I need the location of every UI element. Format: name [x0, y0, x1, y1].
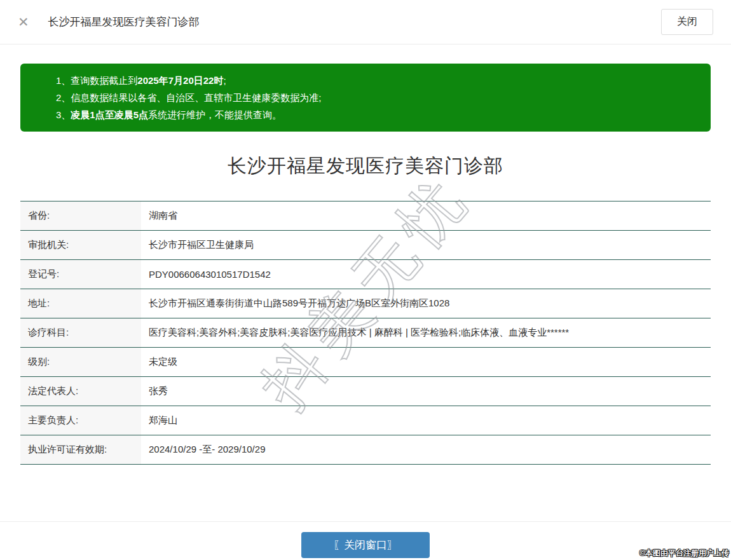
info-table-body: 省份: 湖南省 审批机关: 长沙市开福区卫生健康局 登记号: PDY006606…	[20, 201, 711, 465]
topbar: ✕ 长沙开福星发现医疗美容门诊部 关闭	[0, 0, 731, 44]
notice-banner: 1、查询数据截止到2025年7月20日22时; 2、信息数据结果以各省、自治区、…	[20, 64, 711, 132]
row-label: 级别:	[20, 348, 141, 377]
row-value: 湖南省	[141, 201, 711, 231]
row-value: 郑海山	[141, 406, 711, 435]
row-label: 登记号:	[20, 260, 141, 289]
row-value: 张秀	[141, 377, 711, 406]
row-label: 法定代表人:	[20, 377, 141, 406]
notice-text: 系统进行维护，不能提供查询。	[148, 109, 282, 120]
row-value: 长沙市开福区卫生健康局	[141, 231, 711, 260]
notice-text: ;	[223, 75, 226, 86]
table-row: 地址: 长沙市开福区通泰街街道中山路589号开福万达广场B区室外街南区1028	[20, 289, 711, 318]
close-window-button[interactable]: 〖关闭窗口〗	[301, 532, 430, 558]
row-value: 长沙市开福区通泰街街道中山路589号开福万达广场B区室外街南区1028	[141, 289, 711, 318]
row-value: PDY00660643010517D1542	[141, 260, 711, 289]
row-value: 医疗美容科;美容外科;美容皮肤科;美容医疗应用技术 | 麻醉科 | 医学检验科;…	[141, 318, 711, 348]
row-label: 地址:	[20, 289, 141, 318]
table-row: 法定代表人: 张秀	[20, 377, 711, 406]
row-label: 执业许可证有效期:	[20, 435, 141, 465]
row-label: 主要负责人:	[20, 406, 141, 435]
table-row: 级别: 未定级	[20, 348, 711, 377]
footer: 〖关闭窗口〗	[0, 521, 731, 560]
page-header-title: 长沙开福星发现医疗美容门诊部	[48, 15, 200, 29]
table-row: 审批机关: 长沙市开福区卫生健康局	[20, 231, 711, 260]
row-label: 审批机关:	[20, 231, 141, 260]
table-row: 省份: 湖南省	[20, 201, 711, 231]
page-title: 长沙开福星发现医疗美容门诊部	[20, 153, 711, 179]
table-row: 登记号: PDY00660643010517D1542	[20, 260, 711, 289]
row-label: 省份:	[20, 201, 141, 231]
main-content: 1、查询数据截止到2025年7月20日22时; 2、信息数据结果以各省、自治区、…	[0, 64, 731, 465]
notice-text: 信息数据结果以各省、自治区、直辖市卫生健康委数据为准;	[71, 92, 321, 103]
notice-number: 2、	[56, 92, 71, 103]
row-value: 未定级	[141, 348, 711, 377]
notice-number: 1、	[56, 75, 71, 86]
table-row: 诊疗科目: 医疗美容科;美容外科;美容皮肤科;美容医疗应用技术 | 麻醉科 | …	[20, 318, 711, 348]
row-label: 诊疗科目:	[20, 318, 141, 348]
table-row: 主要负责人: 郑海山	[20, 406, 711, 435]
notice-text-bold: 凌晨1点至凌晨5点	[71, 109, 148, 120]
close-icon[interactable]: ✕	[18, 15, 29, 29]
notice-line: 2、信息数据结果以各省、自治区、直辖市卫生健康委数据为准;	[56, 89, 698, 106]
notice-line: 1、查询数据截止到2025年7月20日22时;	[56, 72, 698, 89]
table-row: 执业许可证有效期: 2024/10/29 -至- 2029/10/29	[20, 435, 711, 465]
info-table: 省份: 湖南省 审批机关: 长沙市开福区卫生健康局 登记号: PDY006606…	[20, 201, 711, 465]
close-button[interactable]: 关闭	[661, 9, 713, 35]
notice-line: 3、凌晨1点至凌晨5点系统进行维护，不能提供查询。	[56, 106, 698, 123]
notice-number: 3、	[56, 109, 71, 120]
row-value: 2024/10/29 -至- 2029/10/29	[141, 435, 711, 465]
notice-text-bold: 2025年7月20日22时	[137, 75, 223, 86]
notice-text: 查询数据截止到	[71, 75, 137, 86]
